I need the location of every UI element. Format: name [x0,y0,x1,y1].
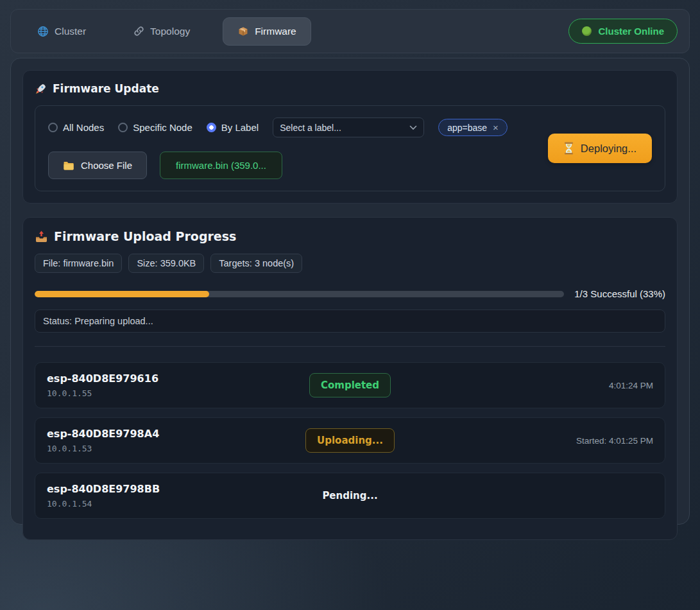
deploy-button-label: Deploying... [581,143,636,155]
node-ip: 10.0.1.53 [47,444,305,453]
radio-by-label[interactable]: By Label [207,122,259,133]
upload-progress-title: Firmware Upload Progress [35,229,665,243]
status-badge: Completed [309,373,391,397]
label-chip-app-base[interactable]: app=base × [438,119,508,136]
status-badge: Uploading... [305,428,395,453]
label-select-placeholder: Select a label... [280,123,341,133]
progress-label: 1/3 Successful (33%) [574,288,665,299]
divider [35,346,665,347]
cluster-status-badge: Cluster Online [568,19,678,44]
node-time: Started: 4:01:25 PM [576,436,653,446]
node-ip: 10.0.1.54 [47,499,311,509]
file-button-row: Choose File firmware.bin (359.0... [48,152,508,179]
tab-cluster[interactable]: Cluster [22,17,101,46]
package-icon [237,26,249,37]
node-name: esp-840D8E9798A4 [47,428,305,440]
upload-progress-title-text: Firmware Upload Progress [54,229,236,243]
node-ip: 10.0.1.55 [47,388,309,398]
node-time: 4:01:24 PM [609,381,653,390]
node-identity: esp-840D8E9798A4 10.0.1.53 [47,428,305,453]
node-row-3: esp-840D8E9798BB 10.0.1.54 Pending... [35,473,665,519]
node-list: esp-840D8E979616 10.0.1.55 Completed 4:0… [35,362,665,519]
node-identity: esp-840D8E9798BB 10.0.1.54 [47,483,311,509]
folder-icon [63,161,74,171]
tab-firmware[interactable]: Firmware [223,17,311,46]
globe-icon [37,26,49,37]
status-box: Status: Preparing upload... [35,309,665,333]
progress-bar [35,291,564,297]
progress-fill [35,291,209,297]
radio-specific-node[interactable]: Specific Node [118,122,192,133]
firmware-update-title: Firmware Update [35,82,665,95]
deploy-form-left: All Nodes Specific Node By Label Select … [48,118,508,179]
label-select[interactable]: Select a label... [273,118,424,137]
upload-info-chips: File: firmware.bin Size: 359.0KB Targets… [35,254,665,273]
size-info-chip: Size: 359.0KB [128,254,204,273]
targets-info-chip: Targets: 3 node(s) [210,254,302,273]
radio-all-nodes[interactable]: All Nodes [48,122,104,133]
top-nav: Cluster Topology Firmware Cluster Online [10,9,690,53]
radio-by-label-label: By Label [221,122,259,133]
firmware-update-card: Firmware Update All Nodes Specific Node … [22,70,678,204]
main-container: Firmware Update All Nodes Specific Node … [10,58,690,525]
file-info-chip: File: firmware.bin [35,254,122,273]
progress-row: 1/3 Successful (33%) [35,288,665,299]
upload-tray-icon [35,230,48,243]
deploy-form-panel: All Nodes Specific Node By Label Select … [35,105,665,191]
close-icon[interactable]: × [493,122,499,133]
tab-topology-label: Topology [150,26,190,37]
hourglass-icon [563,142,574,155]
node-row-2: esp-840D8E9798A4 10.0.1.53 Uploading... … [35,417,665,464]
node-row-1: esp-840D8E979616 10.0.1.55 Completed 4:0… [35,362,665,408]
radio-all-nodes-label: All Nodes [63,122,104,133]
tab-firmware-label: Firmware [255,26,296,37]
radio-specific-node-label: Specific Node [133,122,192,133]
choose-file-label: Choose File [81,160,132,171]
chevron-down-icon [409,125,417,130]
tab-topology[interactable]: Topology [119,17,205,46]
label-chip-text: app=base [447,123,487,133]
status-badge: Pending... [311,484,388,507]
cluster-status-label: Cluster Online [598,26,664,37]
tab-cluster-label: Cluster [55,26,86,37]
selected-file-button[interactable]: firmware.bin (359.0... [160,152,282,179]
deploy-button[interactable]: Deploying... [548,134,652,163]
choose-file-button[interactable]: Choose File [48,152,147,179]
radio-all-nodes-dot[interactable] [48,123,58,132]
target-mode-row: All Nodes Specific Node By Label Select … [48,118,508,137]
radio-by-label-dot[interactable] [207,123,216,132]
node-identity: esp-840D8E979616 10.0.1.55 [47,372,309,398]
rocket-icon [35,83,47,95]
node-name: esp-840D8E979616 [47,372,309,385]
link-icon [133,26,144,37]
radio-specific-node-dot[interactable] [118,123,128,132]
upload-progress-card: Firmware Upload Progress File: firmware.… [22,217,678,540]
node-name: esp-840D8E9798BB [47,483,311,495]
green-circle-icon [582,26,592,36]
firmware-update-title-text: Firmware Update [53,82,159,95]
